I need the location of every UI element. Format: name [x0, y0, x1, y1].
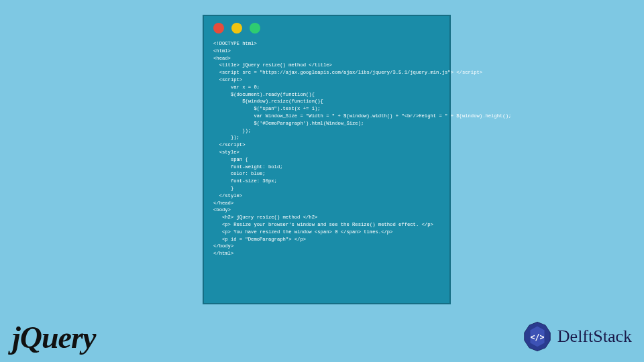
jquery-logo-text: jQuery — [12, 320, 95, 355]
minimize-icon — [231, 23, 242, 34]
svg-text:</>: </> — [530, 333, 544, 342]
code-window: <!DOCTYPE html> <html> <head> <title> jQ… — [203, 15, 451, 304]
jquery-logo: jQuery — [12, 320, 95, 355]
code-content: <!DOCTYPE html> <html> <head> <title> jQ… — [204, 38, 449, 264]
delftstack-logo: </> DelftStack — [521, 320, 632, 353]
maximize-icon — [250, 23, 260, 34]
delftstack-text: DelftStack — [557, 326, 632, 347]
window-controls — [204, 16, 449, 38]
close-icon — [213, 23, 224, 34]
delftstack-icon: </> — [521, 320, 553, 353]
